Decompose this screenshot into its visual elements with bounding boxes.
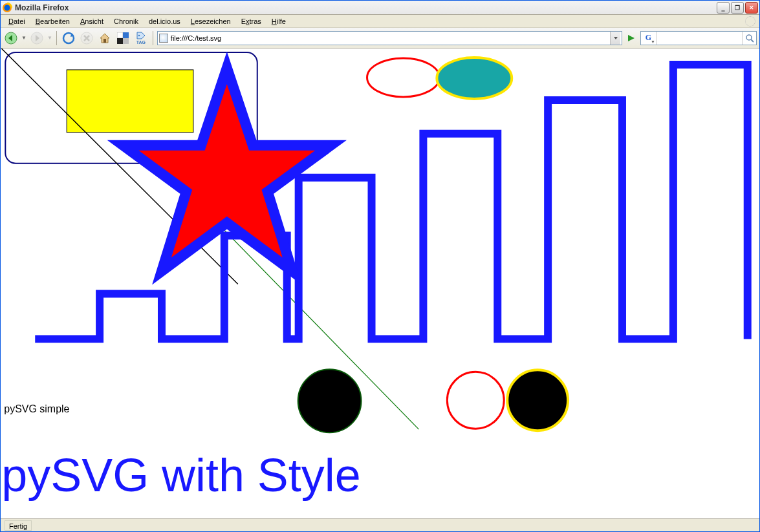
svg-rect-7 xyxy=(117,32,123,38)
menu-chronik[interactable]: Chronik xyxy=(109,16,144,27)
menu-lesezeichen[interactable]: Lesezeichen xyxy=(186,16,236,27)
red-ellipse-outline xyxy=(367,58,440,97)
page-icon xyxy=(159,34,168,43)
address-bar[interactable]: file:///C:/test.svg xyxy=(157,31,622,45)
window-controls: ‗ ❐ ✕ xyxy=(717,2,758,14)
teal-ellipse xyxy=(437,58,512,99)
reload-button[interactable] xyxy=(61,30,76,46)
home-icon xyxy=(98,32,111,45)
menu-delicious[interactable]: del.icio.us xyxy=(144,16,186,27)
url-text: file:///C:/test.svg xyxy=(171,34,610,42)
menu-datei[interactable]: Datei xyxy=(3,16,30,27)
search-box[interactable]: G ▼ xyxy=(640,31,757,45)
page-content: pySVG simple pySVG with Style xyxy=(1,48,759,518)
statusbar: Fertig xyxy=(1,518,759,531)
tag-button[interactable]: TAG xyxy=(133,29,149,47)
chevron-down-icon xyxy=(613,36,618,41)
stop-button[interactable] xyxy=(79,30,94,46)
close-button[interactable]: ✕ xyxy=(745,2,758,14)
tag-label: TAG xyxy=(136,40,146,45)
forward-dropdown-icon: ▼ xyxy=(47,35,52,41)
menu-extras[interactable]: Extras xyxy=(236,16,266,27)
window-title: Mozilla Firefox xyxy=(15,3,717,12)
svg-point-11 xyxy=(138,35,140,36)
tag-icon xyxy=(136,31,146,40)
url-dropdown-button[interactable] xyxy=(610,32,620,45)
black-circle-green-border xyxy=(298,369,362,432)
delicious-button[interactable] xyxy=(115,30,131,46)
stop-icon xyxy=(80,32,93,45)
forward-arrow-icon xyxy=(30,32,43,45)
home-button[interactable] xyxy=(97,30,113,46)
label-simple: pySVG simple xyxy=(4,403,69,414)
menu-ansicht[interactable]: Ansicht xyxy=(75,16,109,27)
svg-point-1 xyxy=(5,5,10,10)
browser-window: Mozilla Firefox ‗ ❐ ✕ Datei Bearbeiten A… xyxy=(0,0,760,532)
back-button[interactable] xyxy=(3,30,19,46)
svg-rect-6 xyxy=(103,39,106,43)
go-arrow-icon xyxy=(626,33,636,43)
delicious-icon xyxy=(117,32,129,44)
yellow-rectangle xyxy=(67,70,193,133)
label-styled: pySVG with Style xyxy=(1,449,360,501)
black-circle-yellow-border xyxy=(507,370,568,431)
back-arrow-icon xyxy=(5,32,17,45)
search-go-button[interactable] xyxy=(742,32,756,45)
go-button[interactable] xyxy=(625,32,638,45)
svg-rect-10 xyxy=(123,38,129,44)
menubar: Datei Bearbeiten Ansicht Chronik del.ici… xyxy=(1,15,759,28)
menu-bearbeiten[interactable]: Bearbeiten xyxy=(30,16,75,27)
throbber-icon xyxy=(745,16,755,27)
status-text: Fertig xyxy=(5,520,32,531)
red-circle-outline xyxy=(447,372,504,429)
forward-button[interactable] xyxy=(29,30,45,46)
firefox-icon xyxy=(2,3,12,13)
svg-rect-8 xyxy=(123,32,129,38)
svg-point-4 xyxy=(63,33,74,43)
chevron-down-icon: ▼ xyxy=(651,39,655,44)
navigation-toolbar: ▼ ▼ TAG file:///C:/test.svg xyxy=(1,28,759,48)
search-engine-selector[interactable]: G ▼ xyxy=(641,32,657,45)
minimize-button[interactable]: ‗ xyxy=(717,2,730,14)
search-icon xyxy=(745,34,754,43)
svg-rect-9 xyxy=(117,38,123,44)
svg-line-13 xyxy=(751,39,754,42)
svg-document: pySVG simple pySVG with Style xyxy=(1,48,759,518)
maximize-button[interactable]: ❐ xyxy=(731,2,744,14)
titlebar: Mozilla Firefox ‗ ❐ ✕ xyxy=(1,1,759,15)
back-dropdown-icon[interactable]: ▼ xyxy=(21,35,27,41)
reload-icon xyxy=(62,32,75,45)
svg-point-12 xyxy=(746,35,752,40)
menu-hilfe[interactable]: Hilfe xyxy=(266,16,291,27)
